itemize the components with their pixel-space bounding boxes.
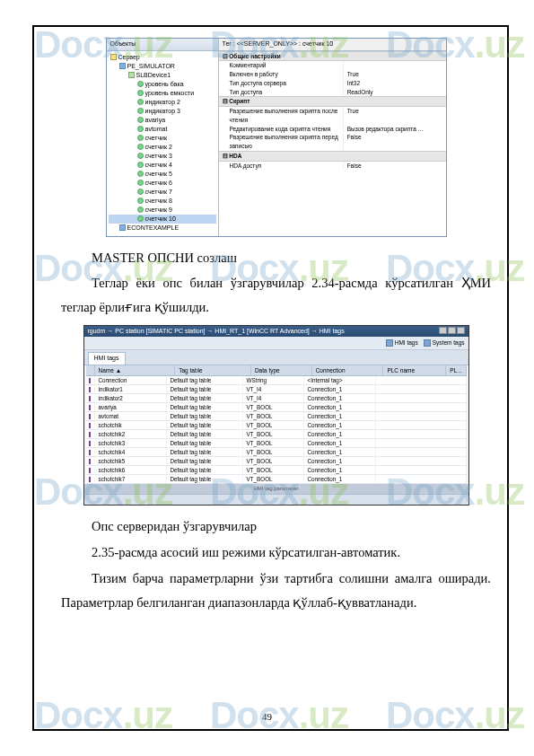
close-button[interactable] — [457, 327, 465, 334]
tag-icon — [89, 441, 91, 446]
row-icon-cell — [86, 448, 95, 456]
tree-node[interactable]: счетчик 5 — [109, 170, 216, 179]
row-icon-cell — [86, 421, 95, 429]
cell-tagtable: Default tag table — [167, 412, 243, 420]
grid-header-name[interactable]: Name ▲ — [95, 365, 176, 376]
cell-connection: Connection_1 — [304, 457, 376, 465]
tree-node[interactable]: SLBDevice1 — [109, 71, 216, 80]
property-value[interactable]: Вызов редактора скрипта … — [344, 125, 446, 134]
table-row[interactable]: schotchikDefault tag tableVT_BOOLConnect… — [86, 421, 467, 430]
tree-node[interactable]: счетчик 7 — [109, 188, 216, 197]
property-row[interactable]: Редактирование кода скрипта чтенияВызов … — [219, 125, 446, 134]
cell-name: schotchik — [95, 421, 167, 429]
paragraph-mode: 2.35-расмда асосий иш режими кўрсатилган… — [61, 541, 491, 565]
cell-connection: Connection_1 — [304, 430, 376, 438]
tree-node[interactable]: счетчик 2 — [109, 143, 216, 152]
paragraph-system: Тизим барча параметрларни ўзи тартибга с… — [61, 567, 491, 615]
table-row[interactable]: indikator2Default tag tableVT_I4Connecti… — [86, 394, 467, 403]
wincc-hmi-tags-screenshot: rgudm → PC station [SIMATIC PC station] … — [83, 325, 469, 506]
tree-node[interactable]: уровень бака — [109, 80, 216, 89]
property-key: Включен в работу — [219, 70, 344, 79]
grid-splitter-label: HMI tag parameter — [84, 484, 468, 494]
tree-node[interactable]: счетчик 6 — [109, 179, 216, 188]
property-section-header[interactable]: ⊟ HDA — [219, 151, 446, 162]
table-row[interactable]: ConnectionDefault tag tableWString<Inter… — [86, 376, 467, 385]
grid-header-connection[interactable]: Connection — [312, 365, 384, 376]
grid-header-plcname[interactable]: PLC name — [383, 365, 446, 376]
window-controls — [439, 327, 465, 337]
property-value[interactable] — [344, 61, 446, 70]
row-icon-cell — [86, 412, 95, 420]
tree-node[interactable]: avariya — [109, 116, 216, 125]
tag-icon — [137, 99, 144, 105]
tag-icon — [89, 387, 91, 392]
cell-name: schotchik7 — [95, 475, 167, 483]
tag-icon — [89, 405, 91, 410]
tree-node[interactable]: ECONTEXAMPLE — [109, 224, 216, 233]
cell-name: schotchik6 — [95, 466, 167, 474]
minimize-button[interactable] — [439, 327, 447, 334]
tag-icon — [386, 339, 393, 347]
table-row[interactable]: schotchik7Default tag tableVT_BOOLConnec… — [86, 475, 467, 484]
property-value[interactable]: False — [344, 133, 446, 151]
property-row[interactable]: Разрешение выполнения скрипта перед запи… — [219, 133, 446, 151]
cell-plcname — [376, 439, 467, 447]
table-row[interactable]: schotchik6Default tag tableVT_BOOLConnec… — [86, 466, 467, 475]
body-text: MASTER ОПСНИ созлаш Теглар ёки опс билан… — [61, 246, 491, 320]
table-row[interactable]: schotchik4Default tag tableVT_BOOLConnec… — [86, 448, 467, 457]
row-icon-cell — [86, 466, 95, 474]
maximize-button[interactable] — [448, 327, 456, 334]
window-title: rgudm → PC station [SIMATIC PC station] … — [88, 327, 345, 337]
srv-icon — [110, 54, 117, 60]
cell-tagtable: Default tag table — [167, 430, 243, 438]
tree-node[interactable]: счетчик 9 — [109, 206, 216, 215]
property-row[interactable]: Включен в работуTrue — [219, 70, 446, 79]
property-row[interactable]: Комментарий — [219, 61, 446, 70]
cell-name: schotchik3 — [95, 439, 167, 447]
property-row[interactable]: Тип доступаReadOnly — [219, 88, 446, 97]
table-row[interactable]: indikator1Default tag tableVT_I4Connecti… — [86, 385, 467, 394]
property-row[interactable]: Разрешение выполнения скрипта после чтен… — [219, 107, 446, 125]
tag-icon — [89, 378, 91, 383]
cell-tagtable: Default tag table — [167, 421, 243, 429]
property-value[interactable]: ReadOnly — [344, 88, 446, 97]
tree-node[interactable]: PE_SIMULATOR — [109, 62, 216, 71]
hmi-tags-view-button[interactable]: HMI tags — [386, 338, 418, 347]
tree-node[interactable]: счетчик 10 — [109, 215, 216, 224]
grid-header-tagtable[interactable]: Tag table — [175, 365, 251, 376]
tag-icon — [89, 432, 91, 437]
tree-node[interactable]: индикатор 3 — [109, 107, 216, 116]
tree-node[interactable]: индикатор 2 — [109, 98, 216, 107]
property-value[interactable]: True — [344, 70, 446, 79]
system-tags-view-button[interactable]: System tags — [424, 338, 465, 347]
property-value[interactable]: False — [344, 162, 446, 171]
tree-node-label: счетчик 5 — [145, 170, 172, 179]
tree-node[interactable]: Сервер — [109, 53, 216, 62]
property-section-header[interactable]: ⊟ Общие настройки — [219, 51, 446, 62]
table-row[interactable]: schotchik3Default tag tableVT_BOOLConnec… — [86, 439, 467, 448]
tree-node[interactable]: счетчик 4 — [109, 161, 216, 170]
cell-tagtable: Default tag table — [167, 439, 243, 447]
table-row[interactable]: avariyaDefault tag tableVT_BOOLConnectio… — [86, 403, 467, 412]
grid-header-datatype[interactable]: Data type — [251, 365, 312, 376]
tab-hmi-tags[interactable]: HMI tags — [88, 352, 126, 365]
property-value[interactable]: Int32 — [344, 79, 446, 88]
tag-icon — [137, 144, 144, 150]
tree-node[interactable]: avtomat — [109, 125, 216, 134]
property-row[interactable]: Тип доступа сервераInt32 — [219, 79, 446, 88]
table-row[interactable]: avtomatDefault tag tableVT_BOOLConnectio… — [86, 412, 467, 421]
property-value[interactable]: True — [344, 107, 446, 125]
grid-header-last[interactable]: PL... — [446, 365, 466, 376]
tree-header: Объекты — [107, 39, 218, 51]
tree-node[interactable]: уровень емкости — [109, 89, 216, 98]
cell-tagtable: Default tag table — [167, 457, 243, 465]
table-row[interactable]: schotchik2Default tag tableVT_BOOLConnec… — [86, 430, 467, 439]
table-row[interactable]: schotchik5Default tag tableVT_BOOLConnec… — [86, 457, 467, 466]
tree-node[interactable]: счетчик — [109, 134, 216, 143]
tree-node[interactable]: счетчик 3 — [109, 152, 216, 161]
tag-icon — [89, 477, 91, 482]
tree-node[interactable]: счетчик 8 — [109, 197, 216, 206]
property-row[interactable]: HDA доступFalse — [219, 162, 446, 171]
tag-icon — [137, 108, 144, 114]
property-section-header[interactable]: ⊟ Скрипт — [219, 96, 446, 107]
